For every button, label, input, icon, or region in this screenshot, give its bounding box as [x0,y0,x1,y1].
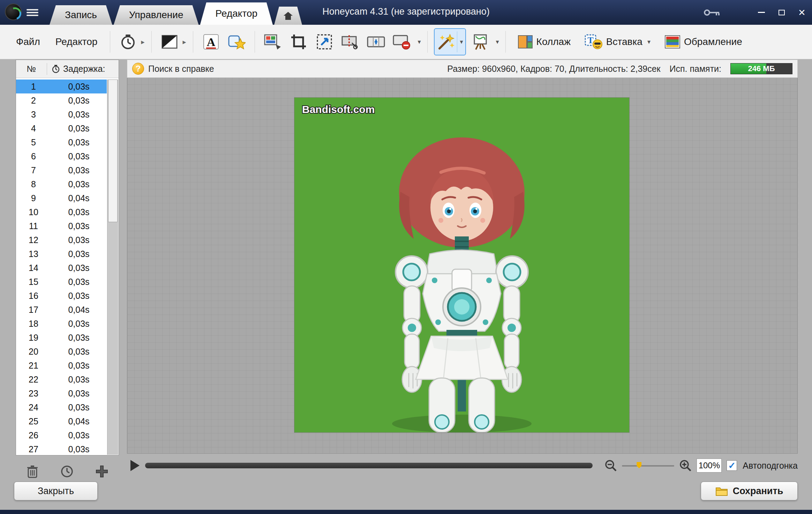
insert-dropdown-arrow[interactable]: ▾ [647,38,651,46]
frame-row[interactable]: 110,03s [16,219,107,233]
frame-row[interactable]: 20,03s [16,93,107,107]
collage-button[interactable]: Коллаж [512,31,576,52]
frame-row[interactable]: 260,03s [16,428,107,442]
frame-number: 14 [16,263,51,273]
frame-row[interactable]: 240,03s [16,400,107,414]
zoom-percent-field[interactable]: 100% [697,459,722,473]
zoom-slider[interactable] [622,461,674,470]
frame-row[interactable]: 80,03s [16,177,107,191]
app-logo-icon[interactable] [5,3,22,20]
set-delay-icon[interactable] [60,465,74,478]
seek-bar[interactable] [145,463,593,468]
frame-row[interactable]: 140,03s [16,261,107,275]
frame-row[interactable]: 70,03s [16,163,107,177]
frame-row[interactable]: 270,03s [16,442,107,455]
main-panel: ? Поиск в справке Размер: 960x960, Кадро… [127,60,798,475]
register-key-icon[interactable] [704,9,720,16]
filmstrip-button[interactable] [364,30,388,54]
brightness-button[interactable] [158,30,181,54]
autofit-label[interactable]: Автоподгонка [743,461,798,471]
frame-row[interactable]: 30,03s [16,107,107,121]
autofit-checkbox[interactable]: ✓ [727,460,737,471]
frame-delay: 0,03s [51,123,107,134]
frame-list-scrollbar[interactable] [107,80,118,455]
close-editor-button[interactable]: Закрыть [14,482,98,500]
delete-frame-icon[interactable] [27,465,38,478]
frame-row[interactable]: 90,04s [16,191,107,205]
frame-row[interactable]: 160,03s [16,289,107,303]
content-area: № Задержка: 10,03s20,03s30,03s40,03s50,0… [0,59,812,510]
maximize-button[interactable] [772,4,792,21]
split-button[interactable] [339,30,362,54]
frame-number-header: № [16,64,47,74]
frame-delay: 0,03s [51,165,107,175]
remove-frame-dropdown-arrow[interactable]: ▾ [418,38,421,46]
help-icon[interactable]: ? [132,63,144,75]
close-button[interactable]: ✕ [792,4,812,21]
zoom-in-icon[interactable] [679,459,692,472]
frame-row[interactable]: 40,03s [16,121,107,135]
frame-border-button[interactable]: Обрамление [659,31,748,52]
frame-number: 21 [16,361,51,371]
zoom-out-icon[interactable] [604,459,617,472]
frame-row[interactable]: 210,03s [16,358,107,372]
draw-button[interactable] [469,30,492,54]
tab-record-label: Запись [65,9,97,21]
frame-row[interactable]: 230,03s [16,386,107,400]
zoom-slider-handle[interactable] [637,462,641,468]
tab-home[interactable] [274,7,302,25]
save-button[interactable]: Сохранить [701,482,798,500]
frame-row[interactable]: 250,04s [16,414,107,428]
frame-row[interactable]: 10,03s [16,80,107,93]
effects-button-selected[interactable]: ▾ [434,28,466,55]
zoom-slider-track [622,465,674,467]
tab-manage[interactable]: Управление [114,5,199,25]
sticker-tool-button[interactable] [225,30,248,54]
gif-preview-image[interactable]: Bandisoft.com [294,98,629,432]
frame-row[interactable]: 60,03s [16,149,107,163]
editor-menu-button[interactable]: Редактор [49,31,104,52]
frame-row[interactable]: 120,03s [16,233,107,247]
frame-row[interactable]: 130,03s [16,247,107,261]
tab-record[interactable]: Запись [50,5,112,25]
play-button[interactable] [127,458,143,474]
frame-row[interactable]: 170,04s [16,303,107,317]
frame-list-body: 10,03s20,03s30,03s40,03s50,03s60,03s70,0… [16,80,107,455]
scrollbar-thumb[interactable] [108,80,118,222]
frame-row[interactable]: 220,03s [16,372,107,386]
help-search-label[interactable]: Поиск в справке [148,64,214,74]
frame-row[interactable]: 190,03s [16,331,107,345]
frame-delay: 0,03s [51,263,107,273]
add-frame-icon[interactable] [96,465,108,478]
remove-frame-button[interactable] [390,30,413,54]
save-label: Сохранить [733,486,783,497]
effects-dropdown-arrow[interactable]: ▾ [460,38,463,46]
tab-editor[interactable]: Редактор [200,2,273,25]
frame-list-panel: № Задержка: 10,03s20,03s30,03s40,03s50,0… [16,60,119,455]
app-window: Запись Управление Редактор Honeycam 4.31… [0,0,812,514]
insert-button[interactable]: T Вставка ▾ [579,31,656,53]
frame-row[interactable]: 50,03s [16,135,107,149]
text-tool-button[interactable]: A [200,30,223,54]
frame-delay: 0,03s [51,430,107,440]
brightness-expand-arrow[interactable]: ▸ [182,38,186,46]
frame-number: 15 [16,277,51,287]
draw-dropdown-arrow[interactable]: ▾ [496,38,499,46]
editor-canvas[interactable]: Bandisoft.com [127,78,798,454]
frame-delay: 0,03s [51,375,107,385]
minimize-button[interactable] [751,4,772,21]
file-menu-button[interactable]: Файл [10,31,46,52]
resize-button[interactable] [313,30,336,54]
editor-toolbar: Файл Редактор ▸ ▸ A [0,25,812,59]
crop-button[interactable] [287,30,310,54]
frame-row[interactable]: 200,03s [16,345,107,358]
recolor-button[interactable] [261,30,284,54]
delay-button[interactable] [116,30,140,54]
frame-row[interactable]: 100,03s [16,205,107,219]
delay-expand-arrow[interactable]: ▸ [141,38,144,46]
menu-icon[interactable] [27,8,38,17]
frame-row[interactable]: 180,03s [16,317,107,331]
button-divider [457,31,457,52]
crop-icon [291,34,307,50]
frame-row[interactable]: 150,03s [16,275,107,289]
